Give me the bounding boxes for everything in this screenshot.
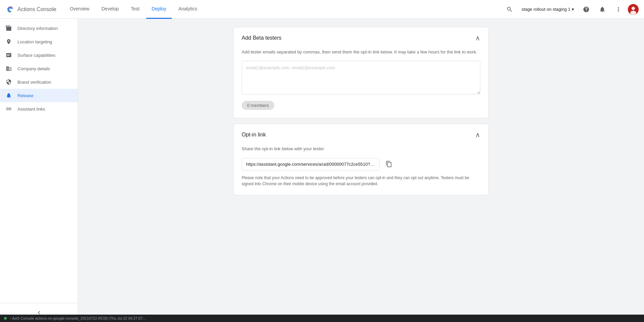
sidebar-item-directory-information[interactable]: Directory information bbox=[0, 22, 78, 35]
search-icon bbox=[506, 6, 513, 13]
sidebar-label-release: Release bbox=[17, 93, 34, 98]
more-options-button[interactable] bbox=[612, 3, 625, 16]
sidebar-bottom bbox=[0, 303, 78, 303]
sidebar-label-brand-verification: Brand verification bbox=[17, 80, 51, 85]
brand-verification-icon bbox=[5, 79, 12, 85]
content-area: Manage releases Whitelist beta testers S… bbox=[78, 0, 644, 303]
opt-in-title: Opt-in link bbox=[242, 132, 266, 138]
search-button[interactable] bbox=[503, 3, 516, 16]
surface-capabilities-icon bbox=[5, 52, 12, 58]
opt-in-card-body: Share the opt-in link below with your te… bbox=[234, 146, 488, 195]
app-logo[interactable]: Actions Console bbox=[5, 5, 56, 14]
opt-in-card-header[interactable]: Opt-in link ∧ bbox=[234, 124, 488, 146]
svg-point-3 bbox=[630, 11, 636, 15]
avatar-icon bbox=[628, 4, 639, 15]
help-button[interactable] bbox=[579, 3, 593, 16]
nav-deploy[interactable]: Deploy bbox=[146, 0, 172, 19]
opt-in-card: Opt-in link ∧ Share the opt-in link belo… bbox=[233, 124, 489, 196]
sidebar-item-assistant-links[interactable]: Assistant links bbox=[0, 102, 78, 116]
copy-icon bbox=[386, 161, 392, 167]
sidebar-item-location-targeting[interactable]: Location targeting bbox=[0, 35, 78, 48]
opt-in-description: Share the opt-in link below with your te… bbox=[242, 146, 480, 152]
nav-develop[interactable]: Develop bbox=[96, 0, 124, 19]
sidebar-item-surface-capabilities[interactable]: Surface capabilities bbox=[0, 48, 78, 62]
beta-testers-card-header[interactable]: Add Beta testers ∧ bbox=[234, 27, 488, 49]
app-title: Actions Console bbox=[17, 6, 56, 12]
members-badge: 0 members bbox=[242, 101, 274, 110]
nav-test[interactable]: Test bbox=[125, 0, 145, 19]
top-nav: Actions Console Overview Develop Test De… bbox=[0, 0, 644, 19]
sidebar-label-surface-capabilities: Surface capabilities bbox=[17, 53, 55, 58]
directory-information-icon bbox=[5, 25, 12, 32]
content-body: Add Beta testers ∧ Add tester emails sep… bbox=[78, 19, 644, 303]
svg-point-0 bbox=[5, 5, 15, 14]
release-icon bbox=[5, 92, 12, 99]
beta-testers-collapse-icon: ∧ bbox=[475, 34, 480, 42]
nav-analytics[interactable]: Analytics bbox=[173, 0, 203, 19]
opt-in-link-display: https://assistant.google.com/services/a/… bbox=[242, 158, 379, 170]
stage-selector[interactable]: stage rollout on staging 1 ▾ bbox=[519, 5, 577, 14]
sidebar-item-brand-verification[interactable]: Brand verification bbox=[0, 75, 78, 89]
svg-point-2 bbox=[632, 7, 635, 10]
bell-icon bbox=[599, 6, 606, 13]
nav-overview[interactable]: Overview bbox=[65, 0, 95, 19]
sidebar-label-directory-information: Directory information bbox=[17, 26, 58, 31]
beta-testers-title: Add Beta testers bbox=[242, 35, 281, 41]
avatar[interactable] bbox=[628, 4, 639, 15]
location-icon bbox=[5, 38, 12, 45]
help-icon bbox=[583, 6, 590, 13]
nav-links: Overview Develop Test Deploy Analytics bbox=[65, 0, 503, 19]
opt-in-note: Please note that your Actions need to be… bbox=[242, 175, 480, 187]
nav-right: stage rollout on staging 1 ▾ bbox=[503, 3, 639, 16]
notifications-button[interactable] bbox=[596, 3, 609, 16]
sidebar-label-location-targeting: Location targeting bbox=[17, 39, 52, 44]
sidebar-item-company-details[interactable]: Company details bbox=[0, 62, 78, 75]
stage-label: stage rollout on staging 1 bbox=[522, 7, 570, 12]
stage-dropdown-icon: ▾ bbox=[572, 7, 574, 12]
sidebar-item-release[interactable]: Release bbox=[0, 89, 78, 102]
more-vert-icon bbox=[615, 6, 622, 13]
company-details-icon bbox=[5, 65, 12, 72]
beta-testers-card-body: Add tester emails separated by commas, t… bbox=[234, 49, 488, 118]
beta-testers-card: Add Beta testers ∧ Add tester emails sep… bbox=[233, 27, 489, 118]
sidebar: Directory information Location targeting… bbox=[0, 19, 78, 303]
sidebar-label-company-details: Company details bbox=[17, 66, 50, 71]
google-logo-icon bbox=[5, 5, 15, 14]
assistant-links-icon bbox=[5, 106, 12, 112]
opt-in-collapse-icon: ∧ bbox=[475, 131, 480, 139]
beta-testers-description: Add tester emails separated by commas, t… bbox=[242, 49, 480, 55]
opt-in-link-row: https://assistant.google.com/services/a/… bbox=[242, 157, 480, 171]
email-input[interactable] bbox=[242, 61, 480, 94]
sidebar-label-assistant-links: Assistant links bbox=[17, 107, 45, 112]
copy-link-button[interactable] bbox=[382, 157, 396, 171]
